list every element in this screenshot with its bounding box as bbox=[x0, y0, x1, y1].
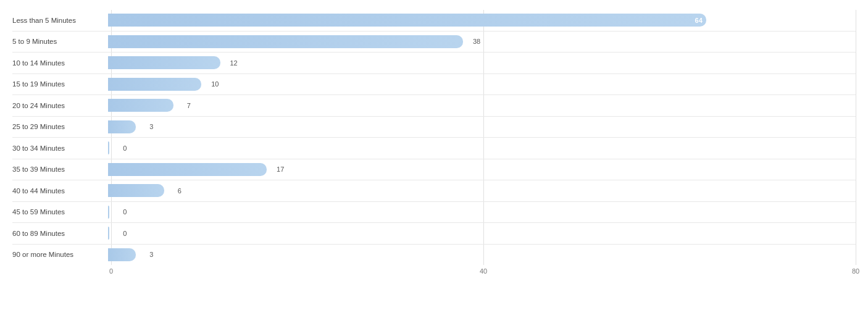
bar-label: 25 to 29 Minutes bbox=[12, 123, 108, 130]
bar-value: 12 bbox=[230, 59, 237, 67]
bar-fill: 3 bbox=[108, 120, 136, 133]
bar-row: 35 to 39 Minutes17 bbox=[12, 159, 856, 181]
bars-area: Less than 5 Minutes645 to 9 Minutes3810 … bbox=[12, 10, 856, 265]
bar-label: 10 to 14 Minutes bbox=[12, 59, 108, 67]
bar-fill: 12 bbox=[108, 56, 220, 69]
bar-row: 90 or more Minutes3 bbox=[12, 245, 856, 266]
bar-value: 3 bbox=[149, 251, 153, 258]
bar-track: 3 bbox=[108, 246, 856, 264]
bar-label: 5 to 9 Minutes bbox=[12, 38, 108, 45]
bar-track: 17 bbox=[108, 161, 856, 179]
bar-row: 30 to 34 Minutes0 bbox=[12, 138, 856, 159]
bar-label: 35 to 39 Minutes bbox=[12, 166, 108, 173]
bar-fill: 0 bbox=[108, 227, 109, 240]
bar-track: 3 bbox=[108, 118, 856, 136]
bar-fill: 0 bbox=[108, 206, 109, 219]
bar-fill: 6 bbox=[108, 184, 164, 197]
bar-label: 60 to 89 Minutes bbox=[12, 230, 108, 237]
bar-row: Less than 5 Minutes64 bbox=[12, 10, 856, 31]
bar-row: 20 to 24 Minutes7 bbox=[12, 95, 856, 117]
bar-fill: 64 bbox=[108, 14, 706, 27]
bar-value: 3 bbox=[149, 123, 153, 130]
chart-area: Less than 5 Minutes645 to 9 Minutes3810 … bbox=[12, 10, 856, 283]
bar-row: 15 to 19 Minutes10 bbox=[12, 74, 856, 96]
bar-track: 6 bbox=[108, 182, 856, 200]
bar-label: 40 to 44 Minutes bbox=[12, 187, 108, 195]
bar-fill: 7 bbox=[108, 99, 173, 112]
bar-fill: 17 bbox=[108, 163, 267, 176]
bar-value: 64 bbox=[695, 17, 703, 24]
bar-label: 90 or more Minutes bbox=[12, 251, 108, 258]
bar-value: 6 bbox=[178, 187, 182, 195]
bar-row: 40 to 44 Minutes6 bbox=[12, 180, 856, 202]
bar-row: 5 to 9 Minutes38 bbox=[12, 31, 856, 53]
bar-label: 45 to 59 Minutes bbox=[12, 208, 108, 216]
bar-value: 38 bbox=[473, 38, 480, 45]
bar-row: 60 to 89 Minutes0 bbox=[12, 223, 856, 245]
x-axis-tick: 0 bbox=[109, 267, 113, 275]
x-axis: 04080 bbox=[111, 265, 856, 283]
bar-label: Less than 5 Minutes bbox=[12, 17, 108, 24]
bar-track: 10 bbox=[108, 75, 856, 94]
bar-value: 0 bbox=[123, 230, 127, 237]
x-axis-tick: 80 bbox=[852, 267, 859, 275]
x-axis-tick: 40 bbox=[480, 267, 487, 275]
bar-fill: 38 bbox=[108, 35, 463, 48]
bar-label: 20 to 24 Minutes bbox=[12, 102, 108, 109]
bar-label: 30 to 34 Minutes bbox=[12, 145, 108, 152]
bar-fill: 0 bbox=[108, 141, 109, 154]
bar-track: 0 bbox=[108, 224, 856, 243]
bar-row: 10 to 14 Minutes12 bbox=[12, 52, 856, 74]
bar-row: 45 to 59 Minutes0 bbox=[12, 202, 856, 224]
bar-value: 0 bbox=[123, 208, 127, 216]
bar-track: 64 bbox=[108, 11, 856, 30]
bar-fill: 3 bbox=[108, 248, 136, 261]
bar-value: 17 bbox=[277, 166, 284, 173]
bar-value: 7 bbox=[187, 102, 191, 109]
bar-track: 12 bbox=[108, 54, 856, 72]
bar-value: 10 bbox=[211, 80, 219, 88]
chart-container: Less than 5 Minutes645 to 9 Minutes3810 … bbox=[0, 0, 868, 323]
bar-track: 7 bbox=[108, 96, 856, 115]
bar-track: 0 bbox=[108, 139, 856, 157]
bar-value: 0 bbox=[123, 145, 127, 152]
grid-line bbox=[856, 10, 856, 265]
bar-label: 15 to 19 Minutes bbox=[12, 80, 108, 88]
bar-track: 0 bbox=[108, 203, 856, 222]
bar-fill: 10 bbox=[108, 78, 201, 91]
bar-row: 25 to 29 Minutes3 bbox=[12, 117, 856, 138]
bar-track: 38 bbox=[108, 33, 856, 51]
